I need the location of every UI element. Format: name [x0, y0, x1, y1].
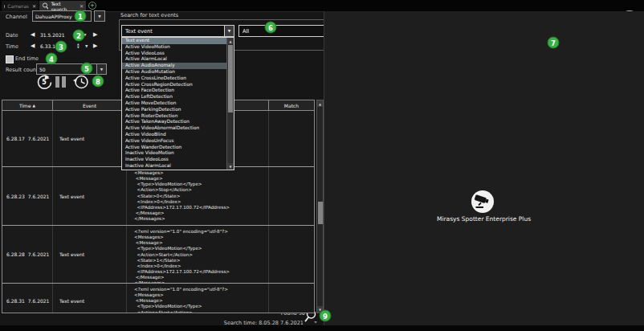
result-count-dropdown-button[interactable]: ▼ — [96, 63, 107, 75]
dropdown-item[interactable]: Active VideoAbnormalDetection — [122, 125, 234, 132]
table-row[interactable]: 6.28.23 7.6.2021Text event<Messages> <Me… — [2, 167, 314, 226]
cell-text: <?xml version="1.0" encoding="utf-8"?><M… — [127, 284, 269, 313]
svg-text:5: 5 — [42, 79, 47, 86]
xml-line: </Messages> — [134, 280, 268, 283]
date-prev-button[interactable]: ◀ — [31, 31, 35, 38]
xml-line: <Message> — [134, 176, 268, 182]
sort-ascending-icon: ▲ — [33, 104, 35, 108]
dropdown-item[interactable]: Inactive VideoMotion — [122, 150, 234, 157]
scroll-up-icon[interactable]: ▲ — [317, 100, 323, 107]
dropdown-item[interactable]: Active RioterDetection — [122, 113, 234, 120]
scroll-up-icon[interactable]: ▲ — [227, 38, 234, 44]
svg-text:min: min — [42, 87, 47, 90]
dropdown-item[interactable]: Active LeftDetection — [122, 94, 234, 100]
cell-event: Text event — [53, 111, 127, 166]
clock-history-icon[interactable] — [72, 73, 90, 91]
xml-line: <IPAddress>172.17.100.72</IPAddress> — [134, 269, 268, 275]
time-spinner[interactable]: ▲ ▼ — [77, 43, 79, 49]
chevron-down-icon[interactable]: ▼ — [224, 26, 234, 36]
dropdown-item[interactable]: Active VideoLoss — [122, 51, 234, 57]
annotation-badge: 6 — [265, 22, 277, 34]
tab-cameras-label: Cameras — [7, 3, 29, 9]
xml-line: <?xml version="1.0" encoding="utf-8"?> — [134, 287, 268, 292]
chevron-down-icon: ▼ — [98, 14, 100, 18]
column-header-event[interactable]: Event — [53, 100, 127, 110]
end-time-label: End time — [15, 55, 39, 62]
dropdown-item[interactable]: Active MoveDetection — [122, 100, 234, 107]
annotation-badge: 7 — [548, 37, 560, 49]
dropdown-item[interactable]: Active VideoUnFocus — [122, 138, 234, 145]
column-header-match[interactable]: Match — [269, 100, 314, 110]
cell-match — [269, 167, 314, 225]
rewind-5min-icon[interactable]: 5 min — [35, 73, 53, 91]
dropdown-item[interactable]: Active TakenAwayDetection — [122, 119, 234, 125]
xml-line: <Messages> — [134, 170, 268, 176]
time-prev-button[interactable]: ◀ — [31, 43, 35, 49]
xml-line: <Messages> — [134, 292, 268, 298]
xml-line: <Message> — [134, 298, 268, 304]
xml-line: <Action>Stop</Action> — [134, 187, 268, 193]
dropdown-item[interactable]: Active VideoMotion — [122, 44, 234, 51]
dropdown-item[interactable]: Active ParkingDetection — [122, 107, 234, 113]
date-label: Date — [6, 32, 18, 39]
xml-line: <Action>Start</Action> — [134, 252, 268, 258]
dropdown-item[interactable]: Active AudioAnomaly — [122, 63, 234, 69]
xml-line: <Type>VideoMotion</Type> — [134, 182, 268, 187]
search-time: Search time: 8.05.28 7.6.2021 — [215, 320, 304, 326]
cell-event: Text event — [53, 284, 127, 313]
result-count-label: Result count — [6, 67, 39, 73]
channel-dropdown-button[interactable]: ▼ — [94, 10, 105, 22]
column-header-time[interactable]: Time ▲ — [2, 100, 53, 110]
dropdown-item[interactable]: Active AudioMutation — [122, 69, 234, 76]
table-row[interactable]: 6.28.31 7.6.2021Text event<?xml version=… — [2, 284, 314, 313]
dropdown-item[interactable]: Active FaceDetection — [122, 88, 234, 94]
cell-text: <?xml version="1.0" encoding="utf-8"?><M… — [127, 226, 269, 283]
end-time-checkbox[interactable] — [6, 55, 14, 63]
scrollbar-thumb[interactable] — [228, 45, 233, 112]
date-next-button[interactable]: ▶ — [93, 31, 97, 38]
cell-time: 6.28.23 7.6.2021 — [2, 167, 53, 225]
dropdown-item[interactable]: Active CrossRegionDetection — [122, 82, 234, 88]
text-search-window: Cameras ✕ Text search ✕ + Channel DahuaA… — [0, 0, 644, 331]
search-group-title: Search for text events — [120, 12, 178, 18]
channel-label: Channel — [6, 14, 27, 20]
cell-text: <Messages> <Message> <Type>VideoMotion</… — [127, 167, 269, 225]
annotation-badge: 1 — [75, 10, 87, 22]
xml-line: </Messages> — [134, 216, 268, 222]
xml-line: <IPAddress>172.17.100.72</IPAddress> — [134, 205, 268, 210]
xml-line: <Action>Start</Action> — [134, 310, 268, 313]
time-dropdown-icon[interactable]: ▼ — [85, 44, 88, 48]
dropdown-item[interactable]: Active VideoBlind — [122, 132, 234, 138]
close-icon[interactable]: ✕ — [32, 3, 36, 9]
new-tab-button[interactable]: + — [88, 2, 96, 10]
annotation-badge: 4 — [46, 53, 58, 65]
annotation-badge: 5 — [81, 63, 93, 75]
dropdown-scrollbar[interactable]: ▲ ▼ — [226, 38, 234, 170]
pause-icon[interactable] — [55, 76, 67, 88]
event-type-combobox[interactable]: Text event ▼ — [121, 25, 234, 37]
product-name: Mirasys Spotter Enterprise Plus — [324, 215, 644, 223]
close-icon[interactable]: ✕ — [79, 3, 84, 9]
dropdown-item[interactable]: Inactive VideoLoss — [122, 157, 234, 163]
table-scrollbar[interactable]: ▲ ▼ — [316, 100, 324, 313]
time-next-button[interactable]: ▶ — [93, 43, 97, 49]
dropdown-item[interactable]: Text event — [122, 38, 234, 44]
dropdown-items: Text eventActive VideoMotionActive Video… — [122, 38, 234, 170]
xml-line: <Message> — [134, 240, 268, 246]
scroll-down-icon[interactable]: ▼ — [227, 163, 234, 170]
dropdown-item[interactable]: Active AlarmLocal — [122, 56, 234, 63]
dropdown-item[interactable]: Active CrossLineDetection — [122, 76, 234, 82]
cell-time: 6.28.17 7.6.2021 — [2, 111, 53, 166]
scrollbar-thumb[interactable] — [318, 202, 323, 224]
xml-line: <State>1</State> — [134, 258, 268, 264]
xml-line: <Index>0</Index> — [134, 264, 268, 269]
dropdown-item[interactable]: Active WanderDetection — [122, 145, 234, 151]
channel-value: DahuaAPIProxy — [35, 14, 72, 19]
result-count-value: 50 — [39, 67, 46, 72]
spinner-down-icon[interactable]: ▼ — [77, 46, 79, 49]
cell-match — [269, 111, 314, 166]
dropdown-item[interactable]: Inactive AlarmLocal — [122, 163, 234, 170]
time-label: Time — [6, 43, 18, 50]
xml-line: </Message> — [134, 210, 268, 216]
table-row[interactable]: 6.28.28 7.6.2021Text event<?xml version=… — [2, 226, 314, 284]
